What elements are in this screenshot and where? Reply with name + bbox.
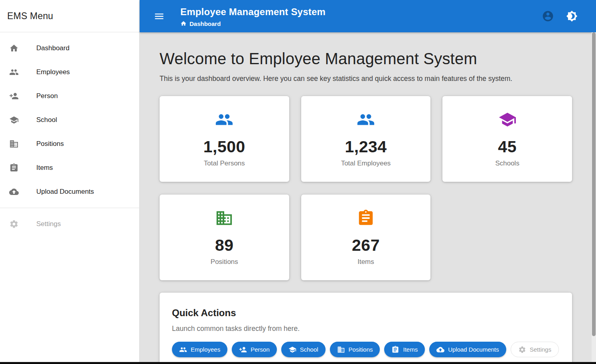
quick-actions-title: Quick Actions [172,307,560,319]
person-add-icon [9,91,19,101]
quick-actions-card: Quick Actions Launch common tasks direct… [160,293,572,364]
window-bottom-edge [0,362,596,364]
scrollbar-track[interactable] [592,32,596,364]
sidebar-item-label: School [36,116,57,124]
sidebar-item-label: Upload Documents [36,188,94,196]
app-title: Employee Management System [180,6,326,18]
button-label: Settings [530,346,551,353]
breadcrumb-label: Dashboard [189,20,221,27]
menu-icon[interactable] [154,11,165,22]
employees-button[interactable]: Employees [172,342,227,357]
gear-icon [9,219,19,229]
items-button[interactable]: Items [384,342,425,357]
home-icon [9,43,19,53]
school-icon [9,115,19,125]
positions-button[interactable]: Positions [330,342,380,357]
person-add-icon [239,346,247,354]
sidebar-item-employees[interactable]: Employees [0,60,139,84]
button-label: Items [403,346,418,353]
stat-card-total-persons: 1,500 Total Persons [160,96,289,182]
app-header: Employee Management System Dashboard [140,0,596,32]
stat-value: 267 [352,236,380,255]
stat-value: 1,234 [345,138,387,156]
sidebar-item-school[interactable]: School [0,108,139,132]
stat-label: Total Employees [341,159,391,167]
stat-card-positions: 89 Positions [160,195,289,280]
building-icon [215,209,233,227]
clipboard-icon [9,163,19,173]
school-icon [498,110,517,129]
button-label: Person [251,346,270,353]
person-button[interactable]: Person [232,342,277,357]
button-label: Upload Documents [448,346,499,353]
stat-card-items: 267 Items [301,195,431,280]
sidebar: EMS Menu Dashboard Employees Person Scho… [0,0,140,364]
stat-card-total-employees: 1,234 Total Employees [301,96,431,182]
stat-label: Total Persons [204,159,245,167]
sidebar-item-label: Person [36,92,58,100]
settings-button[interactable]: Settings [511,342,559,357]
home-icon [180,20,187,27]
button-label: Positions [349,346,373,353]
stat-value: 1,500 [203,138,245,156]
school-button[interactable]: School [281,342,326,357]
clipboard-icon [391,346,399,354]
main-content: Welcome to Employee Management System Th… [140,32,596,364]
sidebar-item-dashboard[interactable]: Dashboard [0,36,139,60]
sidebar-item-label: Items [36,164,53,172]
cloud-upload-icon [436,346,444,354]
sidebar-divider [0,208,139,208]
stat-label: Items [357,258,374,266]
button-label: Employees [191,346,220,353]
button-label: School [300,346,318,353]
account-circle-icon[interactable] [542,10,554,22]
stat-label: Positions [211,258,238,266]
sidebar-item-person[interactable]: Person [0,84,139,108]
sidebar-nav-list: Dashboard Employees Person School Positi… [0,32,139,236]
cloud-upload-icon [9,187,19,197]
stat-value: 89 [215,236,234,255]
stat-card-schools: 45 Schools [442,96,572,182]
upload-documents-button[interactable]: Upload Documents [429,342,506,357]
people-icon [357,110,375,129]
sidebar-item-items[interactable]: Items [0,156,139,180]
sidebar-item-label: Employees [36,68,70,76]
sidebar-title: EMS Menu [7,11,53,22]
breadcrumb[interactable]: Dashboard [180,20,326,27]
sidebar-item-label: Positions [36,140,64,148]
sidebar-item-settings[interactable]: Settings [0,212,139,236]
stat-value: 45 [498,138,517,156]
people-icon [215,110,233,129]
people-icon [179,346,187,354]
stat-label: Schools [495,159,519,167]
page-subtitle: This is your dashboard overview. Here yo… [160,75,572,83]
building-icon [9,139,19,149]
building-icon [337,346,345,354]
school-icon [288,346,296,354]
sidebar-item-positions[interactable]: Positions [0,132,139,156]
brightness-toggle-icon[interactable] [566,10,578,22]
people-icon [9,67,19,77]
header-titles: Employee Management System Dashboard [180,6,326,27]
gear-icon [518,346,526,354]
quick-actions-buttons: Employees Person School Positions Items … [172,342,560,357]
quick-actions-subtitle: Launch common tasks directly from here. [172,325,560,333]
clipboard-icon [357,209,375,227]
page-title: Welcome to Employee Management System [160,50,572,68]
scrollbar-thumb[interactable] [592,32,596,336]
header-actions [542,10,596,22]
sidebar-item-label: Dashboard [36,44,69,52]
sidebar-item-label: Settings [36,220,61,228]
sidebar-item-upload-documents[interactable]: Upload Documents [0,180,139,204]
stats-grid: 1,500 Total Persons 1,234 Total Employee… [160,96,572,280]
sidebar-header: EMS Menu [0,0,139,32]
